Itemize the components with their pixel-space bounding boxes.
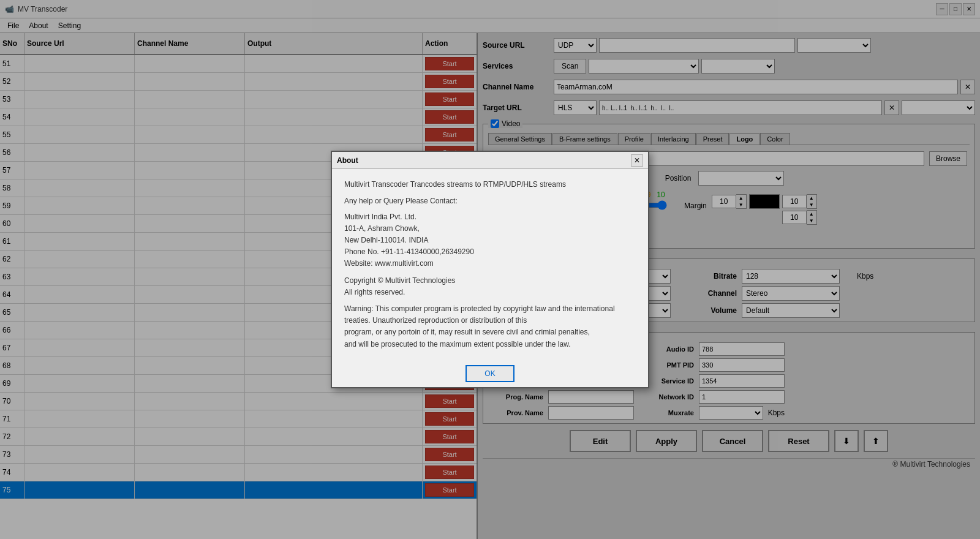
modal-titlebar: About ✕ [332, 152, 648, 169]
modal-line1: Multivirt Transcoder Trancodes streams t… [344, 179, 636, 190]
modal-body: Multivirt Transcoder Trancodes streams t… [332, 169, 648, 360]
modal-line2: Any help or Query Please Contact: [344, 195, 636, 207]
modal-company: Multivirt India Pvt. Ltd. [344, 211, 636, 223]
modal-overlay: About ✕ Multivirt Transcoder Trancodes s… [0, 0, 980, 539]
modal-phone: Phone No. +91-11-41340000,26349290 [344, 246, 636, 258]
modal-copyright: Copyright © Multivirt Technologies [344, 275, 636, 287]
modal-website: Website: www.multivirt.com [344, 258, 636, 270]
modal-footer: OK [332, 360, 648, 387]
modal-warning: Warning: This computer program is protec… [344, 303, 636, 326]
modal-close-button[interactable]: ✕ [631, 154, 643, 167]
modal-address1: 101-A, Ashram Chowk, [344, 223, 636, 235]
modal-title: About [337, 156, 358, 165]
modal-rights: All rights reserved. [344, 287, 636, 298]
modal-warning3: and will be prosecuted to the maximum ex… [344, 339, 636, 350]
modal-address2: New Delhi-110014. INDIA [344, 235, 636, 246]
about-modal: About ✕ Multivirt Transcoder Trancodes s… [331, 151, 649, 388]
modal-warning2: program, or any portoin of it, may resul… [344, 326, 636, 338]
modal-ok-button[interactable]: OK [466, 365, 514, 382]
